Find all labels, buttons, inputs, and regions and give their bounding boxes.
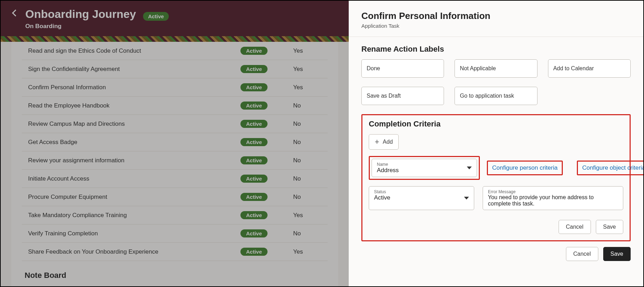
save-as-draft-label-input[interactable] bbox=[361, 87, 444, 105]
task-list-pane: Onboarding Journey Active On Boarding Re… bbox=[1, 1, 349, 286]
completion-criteria-section: Completion Criteria Add Name Address Con… bbox=[361, 114, 631, 241]
task-required: No bbox=[293, 230, 321, 237]
add-criteria-label: Add bbox=[383, 139, 393, 145]
status-badge: Active bbox=[240, 175, 268, 183]
criteria-section-title: Completion Criteria bbox=[369, 119, 623, 129]
task-row[interactable]: Take Mandatory Compliance Training Activ… bbox=[22, 206, 328, 224]
detail-panel: Confirm Personal Information Application… bbox=[349, 1, 643, 286]
task-required: Yes bbox=[293, 248, 321, 255]
note-board-title: Note Board bbox=[25, 271, 328, 280]
status-badge: Active bbox=[240, 211, 268, 219]
status-badge: Active bbox=[240, 65, 268, 73]
criteria-name-value: Address bbox=[377, 167, 463, 174]
task-required: Yes bbox=[293, 66, 321, 73]
task-row[interactable]: Read the Employee Handbook Active No bbox=[22, 97, 328, 115]
status-badge: Active bbox=[240, 120, 268, 128]
status-badge: Active bbox=[240, 193, 268, 201]
done-label-input[interactable] bbox=[361, 59, 444, 78]
divider bbox=[349, 37, 643, 37]
criteria-cancel-button[interactable]: Cancel bbox=[559, 220, 591, 234]
status-badge: Active bbox=[240, 47, 268, 55]
task-name: Confirm Personal Information bbox=[28, 84, 240, 91]
task-required: Yes bbox=[293, 84, 321, 91]
task-required: Yes bbox=[293, 47, 321, 54]
journey-subtitle: On Boarding bbox=[25, 23, 335, 30]
journey-header: Onboarding Journey Active On Boarding bbox=[1, 1, 349, 36]
task-row[interactable]: Review Campus Map and Directions Active … bbox=[22, 115, 328, 133]
configure-object-criteria-link[interactable]: Configure object criteria bbox=[582, 164, 643, 171]
add-to-calendar-label-input[interactable] bbox=[548, 59, 631, 78]
status-badge: Active bbox=[240, 102, 268, 110]
status-badge: Active bbox=[240, 156, 268, 164]
task-row[interactable]: Share Feedback on Your Onboarding Experi… bbox=[22, 243, 328, 261]
criteria-name-select[interactable]: Name Address bbox=[372, 159, 477, 177]
criteria-name-label: Name bbox=[377, 162, 463, 167]
task-name: Read and sign the Ethics Code of Conduct bbox=[28, 47, 240, 54]
back-icon[interactable] bbox=[12, 9, 19, 17]
task-name: Take Mandatory Compliance Training bbox=[28, 212, 240, 219]
criteria-save-button[interactable]: Save bbox=[596, 220, 623, 234]
journey-status-badge: Active bbox=[143, 12, 169, 21]
task-name: Sign the Confidentiality Agreement bbox=[28, 66, 240, 73]
panel-title: Confirm Personal Information bbox=[361, 11, 631, 21]
configure-person-criteria-link[interactable]: Configure person criteria bbox=[492, 164, 558, 171]
task-name: Initiate Account Access bbox=[28, 175, 240, 182]
task-row[interactable]: Read and sign the Ethics Code of Conduct… bbox=[22, 42, 328, 60]
status-badge: Active bbox=[240, 248, 268, 256]
chevron-down-icon bbox=[467, 167, 472, 169]
task-row[interactable]: Initiate Account Access Active No bbox=[22, 170, 328, 188]
task-row[interactable]: Procure Computer Equipment Active No bbox=[22, 188, 328, 206]
task-name: Share Feedback on Your Onboarding Experi… bbox=[28, 248, 240, 255]
task-required: No bbox=[293, 139, 321, 146]
go-to-task-label-input[interactable] bbox=[455, 87, 537, 105]
task-row[interactable]: Verify Training Completion Active No bbox=[22, 224, 328, 243]
task-row[interactable]: Confirm Personal Information Active Yes bbox=[22, 78, 328, 97]
task-required: No bbox=[293, 175, 321, 182]
criteria-status-value: Active bbox=[374, 194, 460, 201]
task-name: Verify Training Completion bbox=[28, 230, 240, 237]
decorative-band bbox=[1, 36, 349, 42]
status-badge: Active bbox=[240, 229, 268, 237]
add-criteria-button[interactable]: Add bbox=[369, 134, 399, 150]
task-name: Procure Computer Equipment bbox=[28, 194, 240, 201]
task-required: Yes bbox=[293, 212, 321, 219]
task-name: Get Access Badge bbox=[28, 139, 240, 146]
journey-title: Onboarding Journey bbox=[25, 8, 136, 21]
task-name: Review Campus Map and Directions bbox=[28, 120, 240, 128]
rename-section-title: Rename Action Labels bbox=[361, 45, 631, 54]
task-name: Read the Employee Handbook bbox=[28, 102, 240, 109]
panel-cancel-button[interactable]: Cancel bbox=[566, 247, 598, 261]
panel-save-button[interactable]: Save bbox=[603, 247, 631, 261]
task-required: No bbox=[293, 157, 321, 164]
not-applicable-label-input[interactable] bbox=[455, 59, 537, 78]
task-required: No bbox=[293, 194, 321, 201]
criteria-status-label: Status bbox=[374, 189, 460, 194]
error-message-value: You need to provide your home address to… bbox=[488, 194, 618, 207]
chevron-down-icon bbox=[464, 197, 469, 200]
criteria-status-select[interactable]: Status Active bbox=[369, 186, 474, 210]
task-required: No bbox=[293, 102, 321, 109]
task-name: Review your assignment information bbox=[28, 157, 240, 164]
status-badge: Active bbox=[240, 83, 268, 91]
error-message-label: Error Message bbox=[488, 189, 618, 194]
task-required: No bbox=[293, 120, 321, 128]
plus-icon bbox=[375, 138, 379, 146]
task-row[interactable]: Get Access Badge Active No bbox=[22, 133, 328, 151]
task-row[interactable]: Review your assignment information Activ… bbox=[22, 151, 328, 170]
panel-subtitle: Application Task bbox=[361, 23, 631, 29]
task-row[interactable]: Sign the Confidentiality Agreement Activ… bbox=[22, 60, 328, 78]
error-message-input[interactable]: Error Message You need to provide your h… bbox=[483, 186, 623, 210]
status-badge: Active bbox=[240, 138, 268, 146]
